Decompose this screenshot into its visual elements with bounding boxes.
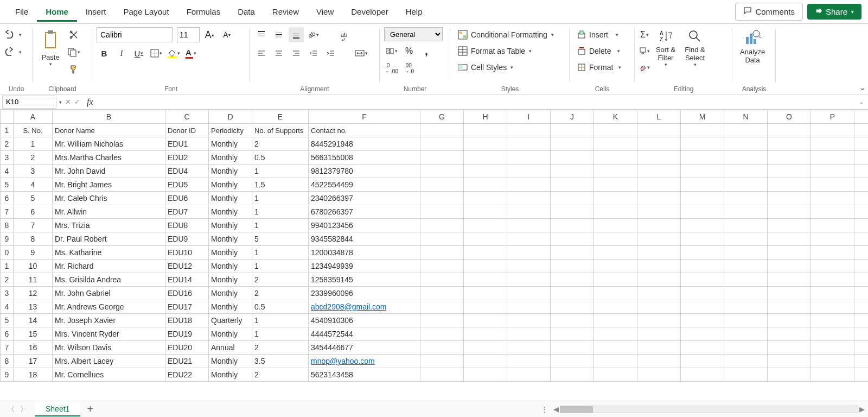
cell[interactable]: 1 (252, 192, 309, 205)
cell[interactable]: Monthly (209, 219, 252, 232)
cell[interactable]: 7 (14, 219, 53, 232)
font-color-button[interactable]: A▾ (183, 46, 199, 61)
cell[interactable] (811, 368, 854, 382)
cell[interactable] (768, 368, 811, 382)
cell[interactable]: abcd2908@gmail.com (309, 300, 420, 314)
cell[interactable]: 6 (14, 205, 53, 219)
cell[interactable]: 1 (252, 205, 309, 219)
share-button[interactable]: Share ▾ (807, 4, 861, 20)
cell[interactable] (681, 232, 724, 246)
cell[interactable]: 6780266397 (309, 205, 420, 219)
cell[interactable]: EDU18 (165, 314, 209, 327)
cell[interactable] (811, 355, 854, 368)
cancel-formula-icon[interactable]: ✕ (65, 98, 71, 106)
cell[interactable] (420, 219, 464, 232)
cell[interactable]: 5 (14, 192, 53, 205)
merge-center-button[interactable]: ▾ (354, 46, 369, 61)
cell[interactable] (507, 165, 551, 178)
cell[interactable] (768, 341, 811, 355)
cell[interactable] (420, 260, 464, 273)
cell[interactable]: Mr. Bright James (53, 178, 165, 192)
cell[interactable] (464, 300, 507, 314)
analyze-data-button[interactable]: AnalyzeData (737, 27, 768, 66)
cell[interactable] (681, 124, 724, 137)
bold-button[interactable]: B (97, 46, 112, 61)
enter-formula-icon[interactable]: ✓ (74, 98, 80, 106)
cell[interactable]: 1 (14, 137, 53, 151)
cell[interactable]: Mrs.Martha Charles (53, 151, 165, 165)
sort-filter-button[interactable]: AZ Sort &Filter▾ (652, 27, 679, 70)
cell[interactable] (724, 314, 768, 327)
cell[interactable] (464, 341, 507, 355)
cell[interactable]: 9 (14, 246, 53, 260)
cell[interactable] (768, 355, 811, 368)
cell[interactable] (681, 368, 724, 382)
cell-styles-button[interactable]: Cell Styles▾ (455, 60, 557, 75)
cell[interactable]: 3 (14, 165, 53, 178)
cell[interactable]: Periodicity (209, 124, 252, 137)
cell[interactable]: 12 (14, 287, 53, 300)
cell[interactable] (854, 260, 869, 273)
cell[interactable] (768, 205, 811, 219)
cell[interactable] (724, 300, 768, 314)
cell[interactable] (594, 260, 637, 273)
cell[interactable] (551, 355, 594, 368)
cell[interactable] (768, 137, 811, 151)
cell[interactable] (854, 327, 869, 341)
cell[interactable]: EDU6 (165, 192, 209, 205)
wrap-text-button[interactable]: ab⤶ (336, 27, 352, 42)
comments-button[interactable]: Comments (735, 3, 803, 21)
accounting-format-button[interactable]: $▾ (384, 43, 399, 59)
cell[interactable] (507, 260, 551, 273)
cell[interactable]: Donor Name (53, 124, 165, 137)
font-size-select[interactable] (177, 27, 200, 42)
decrease-font-button[interactable]: A▾ (219, 27, 234, 42)
copy-button[interactable]: ▾ (66, 45, 81, 60)
fill-button[interactable]: ▾ (639, 43, 650, 59)
ribbon-collapse-icon[interactable]: ⌄ (859, 83, 866, 92)
cell[interactable]: 17 (14, 355, 53, 368)
horizontal-scrollbar[interactable] (560, 406, 858, 413)
cell[interactable] (420, 178, 464, 192)
cell[interactable]: Monthly (209, 232, 252, 246)
cell[interactable] (507, 287, 551, 300)
row-header[interactable]: 7 (1, 341, 14, 355)
cell[interactable]: Monthly (209, 287, 252, 300)
cell[interactable]: Monthly (209, 246, 252, 260)
cell[interactable] (811, 287, 854, 300)
cell[interactable]: EDU17 (165, 300, 209, 314)
cell[interactable] (854, 368, 869, 382)
cell[interactable]: EDU22 (165, 368, 209, 382)
cell[interactable] (464, 137, 507, 151)
cell[interactable] (637, 165, 681, 178)
scroll-right-button[interactable]: ▶ (859, 405, 865, 413)
cell[interactable]: EDU4 (165, 165, 209, 178)
cell[interactable]: Mr. Richard (53, 260, 165, 273)
delete-cells-button[interactable]: Delete▾ (574, 43, 624, 59)
cell[interactable] (854, 205, 869, 219)
cell[interactable]: 0.5 (252, 300, 309, 314)
menu-review[interactable]: Review (264, 2, 308, 22)
cell[interactable] (464, 246, 507, 260)
cell[interactable] (854, 219, 869, 232)
insert-cells-button[interactable]: Insert▾ (574, 27, 624, 42)
row-header[interactable]: 3 (1, 151, 14, 165)
cell[interactable] (464, 314, 507, 327)
italic-button[interactable]: I (114, 46, 129, 61)
cell[interactable]: 1258359145 (309, 273, 420, 287)
cell[interactable] (811, 314, 854, 327)
cell[interactable]: Donor ID (165, 124, 209, 137)
cell[interactable] (724, 341, 768, 355)
cell[interactable]: Contact no. (309, 124, 420, 137)
cell[interactable]: Monthly (209, 151, 252, 165)
row-header[interactable]: 9 (1, 232, 14, 246)
cell[interactable] (637, 178, 681, 192)
cell[interactable] (854, 246, 869, 260)
format-painter-button[interactable] (66, 62, 81, 77)
cell[interactable] (420, 151, 464, 165)
cell[interactable]: Ms. Grisilda Andrea (53, 273, 165, 287)
cell[interactable]: Mr. Caleb Chris (53, 192, 165, 205)
cell[interactable] (681, 178, 724, 192)
cell[interactable] (594, 368, 637, 382)
cell[interactable] (551, 192, 594, 205)
